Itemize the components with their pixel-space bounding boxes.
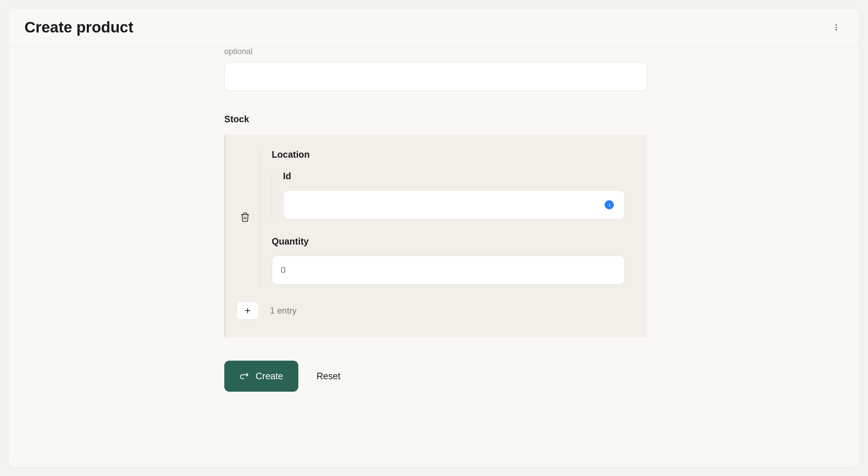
plus-icon <box>243 306 252 315</box>
form-wrapper: optional Stock <box>224 47 647 392</box>
delete-entry-button[interactable] <box>236 208 254 226</box>
create-button[interactable]: Create <box>224 361 298 392</box>
page-title: Create product <box>24 19 133 36</box>
more-options-button[interactable] <box>829 20 844 35</box>
entry-count-label: 1 entry <box>270 306 297 316</box>
svg-point-2 <box>836 29 837 31</box>
delete-column <box>236 149 260 285</box>
field-hint-optional: optional <box>224 47 647 56</box>
page-header: Create product <box>8 8 860 47</box>
reset-button[interactable]: Reset <box>317 367 340 385</box>
action-row: Create Reset <box>224 361 647 392</box>
svg-point-5 <box>609 203 610 204</box>
page-container: Create product optional Stock <box>8 8 860 468</box>
location-group-label: Location <box>272 149 625 160</box>
add-entry-button[interactable] <box>236 302 259 320</box>
info-badge[interactable] <box>605 200 614 210</box>
info-icon <box>607 202 612 207</box>
trash-icon <box>240 212 250 222</box>
quantity-section: Quantity <box>272 236 625 285</box>
id-input-wrapper <box>283 190 625 219</box>
id-field-label: Id <box>283 171 625 181</box>
more-vertical-icon <box>832 23 840 31</box>
location-id-input[interactable] <box>283 190 625 219</box>
content-area: optional Stock <box>8 47 860 468</box>
svg-rect-6 <box>609 204 610 206</box>
stock-panel: Location Id <box>224 135 647 337</box>
optional-field-input[interactable] <box>224 62 647 91</box>
stock-panel-footer: 1 entry <box>236 302 625 320</box>
stock-section-label: Stock <box>224 114 647 124</box>
redo-icon <box>240 372 249 381</box>
stock-entry: Location Id <box>236 149 625 285</box>
quantity-input[interactable] <box>272 256 625 285</box>
svg-point-1 <box>836 27 837 28</box>
quantity-field-label: Quantity <box>272 236 625 247</box>
create-button-label: Create <box>256 371 283 381</box>
entry-fields: Location Id <box>272 149 625 285</box>
svg-point-0 <box>836 24 837 26</box>
location-nested-group: Id <box>272 171 625 219</box>
